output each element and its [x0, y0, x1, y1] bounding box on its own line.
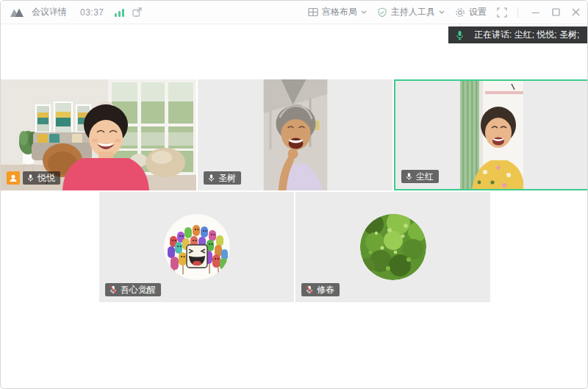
top-toolbar: 会议详情 03:37 宫格布局 主持人工具: [1, 1, 587, 24]
video-tile-chenhong[interactable]: 尘红: [394, 79, 588, 190]
speaking-names: 尘红; 悦悦; 圣树;: [514, 29, 580, 40]
microphone-muted-icon: [306, 285, 313, 294]
toolbar-divider: [517, 7, 518, 18]
meeting-timer: 03:37: [80, 7, 104, 18]
chevron-down-icon: [361, 10, 367, 14]
video-grid: 悦悦: [1, 79, 588, 302]
video-feed: [263, 79, 327, 190]
avatar: [164, 214, 230, 280]
participant-nameplate: 修春: [301, 283, 340, 296]
banner-logo-watermark-icon: [586, 29, 587, 42]
settings-button[interactable]: 设置: [455, 6, 487, 18]
participant-nameplate: 尘红: [401, 170, 439, 183]
host-tools-button[interactable]: 主持人工具: [377, 6, 445, 18]
gear-icon: [455, 7, 465, 18]
shield-check-icon: [377, 7, 387, 18]
participant-name: 吾心觉醒: [121, 284, 156, 296]
participant-name: 圣树: [218, 172, 236, 185]
app-logo-icon: [10, 7, 24, 18]
meeting-window: 会议详情 03:37 宫格布局 主持人工具: [0, 0, 588, 389]
participant-name: 修春: [317, 284, 334, 296]
video-tile-xiuchun[interactable]: 修春: [295, 192, 490, 302]
minimize-button[interactable]: [531, 8, 540, 17]
network-signal-icon[interactable]: [115, 8, 124, 17]
video-tile-shengshu[interactable]: 圣树: [198, 79, 392, 190]
microphone-icon: [208, 174, 215, 182]
microphone-active-icon: [456, 30, 464, 40]
participant-name: 悦悦: [37, 172, 55, 185]
grid-layout-button[interactable]: 宫格布局: [308, 6, 367, 18]
meeting-details-label: 会议详情: [32, 6, 67, 18]
participant-name: 尘红: [416, 171, 434, 183]
microphone-icon: [27, 174, 34, 182]
participant-nameplate: 悦悦: [23, 171, 60, 185]
avatar: [360, 214, 426, 280]
microphone-icon: [406, 172, 412, 181]
participant-nameplate: 吾心觉醒: [105, 283, 161, 296]
video-tile-yueyue[interactable]: 悦悦: [1, 79, 196, 190]
video-tile-wuxinjuexing[interactable]: 吾心觉醒: [99, 192, 294, 302]
speaking-status-text: 正在讲话: 尘红; 悦悦; 圣树;: [474, 29, 579, 41]
speaking-prefix: 正在讲话:: [474, 29, 512, 40]
participant-nameplate: 圣树: [204, 171, 241, 185]
microphone-muted-icon: [110, 285, 117, 294]
grid-layout-icon: [308, 7, 318, 17]
now-speaking-banner: 正在讲话: 尘红; 悦悦; 圣树;: [448, 26, 587, 43]
meeting-details-button[interactable]: 会议详情: [32, 6, 67, 18]
fullscreen-icon[interactable]: [497, 7, 507, 18]
close-button[interactable]: [572, 8, 580, 16]
maximize-button[interactable]: [552, 8, 560, 16]
video-feed: [460, 81, 523, 189]
share-screen-icon[interactable]: [132, 7, 143, 18]
chevron-down-icon: [439, 10, 445, 14]
host-badge-icon: [7, 171, 20, 185]
